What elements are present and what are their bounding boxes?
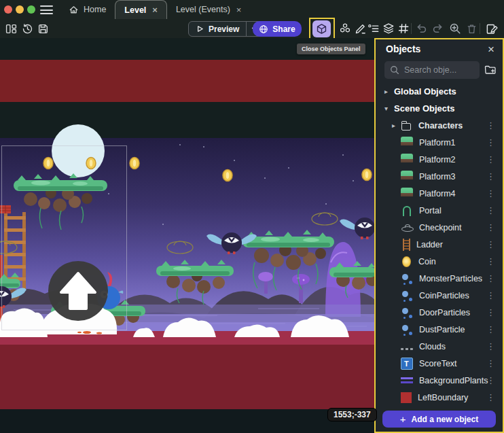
grid-icon[interactable] xyxy=(397,22,410,35)
object-thumbnail-icon xyxy=(401,137,413,149)
object-row-platform4[interactable]: Platform4 ⋮ xyxy=(376,185,503,202)
panels-layout-icon[interactable] xyxy=(4,22,18,35)
objects-panel-cube-icon[interactable] xyxy=(312,20,331,37)
object-row-checkpoint[interactable]: Checkpoint ⋮ xyxy=(376,219,503,236)
object-thumbnail-icon xyxy=(402,256,411,267)
kebab-menu-icon[interactable]: ⋮ xyxy=(486,205,495,215)
object-name: Platform3 xyxy=(419,172,456,181)
object-row-monsterparticles[interactable]: MonsterParticles ⋮ xyxy=(376,270,503,287)
properties-list-icon[interactable] xyxy=(367,22,380,35)
objects-tree: ▸ Global Objects ▾ Scene Objects ▸ Chara… xyxy=(376,83,503,406)
object-thumbnail-icon xyxy=(401,123,411,131)
undo-icon[interactable] xyxy=(415,22,429,35)
toolbar-separator xyxy=(411,23,412,34)
object-row-doorparticles[interactable]: DoorParticles ⋮ xyxy=(376,304,503,321)
moon[interactable] xyxy=(52,124,105,177)
zoom-in-icon[interactable] xyxy=(448,22,462,35)
object-thumbnail-icon xyxy=(401,273,413,285)
collapsed-arrow-icon: ▸ xyxy=(384,88,390,95)
minimize-window-button[interactable] xyxy=(16,5,24,14)
object-thumbnail-icon xyxy=(403,239,410,251)
object-row-leftboundary[interactable]: LeftBoundary ⋮ xyxy=(376,389,503,406)
object-thumbnail-icon xyxy=(401,290,413,302)
tooltip: Close Objects Panel xyxy=(297,44,365,54)
kebab-menu-icon[interactable]: ⋮ xyxy=(486,188,495,198)
object-row-portal[interactable]: Portal ⋮ xyxy=(376,202,503,219)
kebab-menu-icon[interactable]: ⋮ xyxy=(486,239,495,249)
object-row-scoretext[interactable]: ScoreText ⋮ xyxy=(376,355,503,372)
kebab-menu-icon[interactable]: ⋮ xyxy=(486,273,495,283)
object-thumbnail-icon xyxy=(401,222,413,234)
kebab-menu-icon[interactable]: ⋮ xyxy=(486,120,495,131)
object-thumbnail-icon xyxy=(401,171,413,183)
object-row-coin[interactable]: Coin ⋮ xyxy=(376,253,503,270)
scene-editor-canvas[interactable] xyxy=(0,38,376,433)
history-icon[interactable] xyxy=(20,22,34,35)
redo-icon[interactable] xyxy=(431,22,444,35)
object-row-clouds[interactable]: Clouds ⋮ xyxy=(376,338,503,355)
plus-icon: + xyxy=(400,413,406,425)
share-button[interactable]: Share xyxy=(253,21,302,37)
kebab-menu-icon[interactable]: ⋮ xyxy=(486,171,495,181)
preview-button[interactable]: Preview xyxy=(188,21,263,37)
kebab-menu-icon[interactable]: ⋮ xyxy=(486,137,495,148)
tab-label: Level (Events) xyxy=(176,5,230,14)
object-row-coinparticles[interactable]: CoinParticles ⋮ xyxy=(376,287,503,304)
search-input-box[interactable] xyxy=(384,61,480,79)
object-thumbnail-icon xyxy=(401,348,413,350)
object-name: LeftBoundary xyxy=(418,393,468,402)
tab-level[interactable]: Level × xyxy=(115,0,167,19)
kebab-menu-icon[interactable]: ⋮ xyxy=(486,154,495,164)
object-groups-icon[interactable] xyxy=(338,22,352,35)
object-name: ScoreText xyxy=(419,359,457,368)
search-input[interactable] xyxy=(404,65,472,75)
layers-icon[interactable] xyxy=(382,22,395,35)
object-row-platform2[interactable]: Platform2 ⋮ xyxy=(376,151,503,168)
group-label: Global Objects xyxy=(394,86,456,97)
kebab-menu-icon[interactable]: ⋮ xyxy=(486,375,495,385)
object-row-platform3[interactable]: Platform3 ⋮ xyxy=(376,168,503,185)
object-thumbnail-icon xyxy=(403,206,411,216)
home-icon xyxy=(69,5,79,15)
search-icon xyxy=(390,65,399,75)
object-row-backgroundplants[interactable]: BackgroundPlants ⋮ xyxy=(376,372,503,389)
save-icon[interactable] xyxy=(36,22,50,35)
object-name: Platform1 xyxy=(419,138,456,148)
object-row-ladder[interactable]: Ladder ⋮ xyxy=(376,236,503,253)
group-global-objects[interactable]: ▸ Global Objects xyxy=(376,83,503,100)
close-window-button[interactable] xyxy=(4,5,12,14)
close-tab-icon[interactable]: × xyxy=(151,5,158,15)
kebab-menu-icon[interactable]: ⋮ xyxy=(486,290,495,300)
scene-render xyxy=(0,38,376,433)
object-row-characters[interactable]: ▸ Characters ⋮ xyxy=(376,117,503,134)
tab-level-events[interactable]: Level (Events) × xyxy=(167,0,251,19)
edit-pencil-icon[interactable] xyxy=(354,22,367,35)
object-name: MonsterParticles xyxy=(419,274,482,283)
kebab-menu-icon[interactable]: ⋮ xyxy=(486,341,495,351)
object-row-dustparticle[interactable]: DustParticle ⋮ xyxy=(376,321,503,338)
panel-title: Objects xyxy=(386,44,420,54)
kebab-menu-icon[interactable]: ⋮ xyxy=(486,392,495,402)
main-menu-icon[interactable] xyxy=(40,5,53,14)
kebab-menu-icon[interactable]: ⋮ xyxy=(486,307,495,317)
object-name: DoorParticles xyxy=(419,308,470,317)
object-row-platform1[interactable]: Platform1 ⋮ xyxy=(376,134,503,151)
toolbar-separator xyxy=(480,23,480,34)
add-folder-icon[interactable] xyxy=(484,65,497,75)
trash-icon[interactable] xyxy=(465,22,478,35)
kebab-menu-icon[interactable]: ⋮ xyxy=(486,256,495,266)
tab-label: Level xyxy=(124,5,146,15)
maximize-window-button[interactable] xyxy=(27,5,35,14)
kebab-menu-icon[interactable]: ⋮ xyxy=(486,358,495,368)
tab-home[interactable]: Home xyxy=(60,0,115,19)
group-scene-objects[interactable]: ▾ Scene Objects xyxy=(376,100,503,117)
close-tab-icon[interactable]: × xyxy=(235,5,242,15)
object-name: Characters xyxy=(418,121,463,131)
kebab-menu-icon[interactable]: ⋮ xyxy=(486,324,495,334)
edit-scene-icon[interactable] xyxy=(485,22,499,35)
kebab-menu-icon[interactable]: ⋮ xyxy=(486,222,495,232)
expand-arrow-icon[interactable]: ▸ xyxy=(392,122,400,129)
close-panel-icon[interactable]: × xyxy=(488,44,494,55)
player-start-arrow[interactable] xyxy=(48,261,108,321)
add-new-object-button[interactable]: + Add a new object xyxy=(382,411,496,428)
